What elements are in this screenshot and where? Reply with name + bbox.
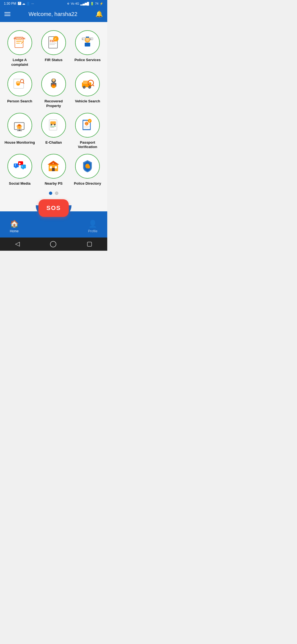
police-directory-label: Police Directory [74, 181, 101, 186]
nearby-ps-icon-circle: ★ [41, 154, 66, 179]
grid-item-person-search[interactable]: Person Search [4, 72, 35, 108]
grid-item-recovered-property[interactable]: Recovered Property [38, 72, 69, 108]
vehicle-search-icon-circle [75, 72, 100, 96]
grid-item-passport-verification[interactable]: ✓ Passport Verification [72, 113, 103, 150]
petition-icon: PETITION [12, 35, 28, 50]
sys-home-icon[interactable]: ◯ [50, 240, 57, 247]
status-icons: 🅿 ☁ 👤 ··· [18, 2, 34, 6]
nav-home[interactable]: 🏠 Home [10, 220, 19, 233]
grid-item-police-directory[interactable]: Police Directory [72, 154, 103, 186]
svg-point-37 [89, 87, 90, 88]
house-monitoring-icon-circle [7, 113, 32, 138]
police-services-icon: ≡ ⊞ [80, 35, 95, 50]
app-header: Welcome, harsha22 🔔 [0, 7, 107, 22]
svg-text:≡: ≡ [82, 38, 83, 40]
lodge-complaint-label: Lodge A complaint [4, 58, 35, 67]
page-dots [3, 192, 105, 195]
passport-verification-icon: ✓ [80, 118, 95, 133]
signal-icon: ▂▄▆█ [80, 2, 89, 6]
sys-back-icon[interactable]: ◁ [15, 240, 20, 247]
system-nav-bar: ◁ ◯ ▢ [0, 238, 107, 251]
svg-rect-77 [55, 166, 57, 168]
charge-icon: ⚡ [100, 2, 103, 6]
fir-icon: FIR ✓ [46, 35, 61, 50]
vehicle-search-icon [80, 76, 95, 92]
grid-item-social-media[interactable]: f ▶ t Social Media [4, 154, 35, 186]
svg-rect-78 [52, 168, 55, 171]
status-right: ⭘ Vo 4G ▂▄▆█ 🔋 74 ⚡ [67, 2, 103, 6]
sos-button[interactable]: SOS [38, 199, 69, 217]
svg-point-23 [17, 81, 19, 83]
sys-recents-icon[interactable]: ▢ [87, 240, 92, 247]
grid-item-nearby-ps[interactable]: ★ Nearby PS [38, 154, 69, 186]
house-monitoring-icon [12, 118, 28, 133]
grid-item-vehicle-search[interactable]: Vehicle Search [72, 72, 103, 108]
grid-item-e-challan[interactable]: ✓ E-Challan [38, 113, 69, 150]
svg-point-35 [84, 87, 85, 88]
svg-text:✓: ✓ [50, 124, 52, 127]
svg-text:▶: ▶ [19, 162, 21, 165]
status-time: 1:30 PM [4, 2, 16, 6]
svg-point-19 [86, 37, 89, 41]
svg-point-28 [52, 78, 55, 81]
svg-line-39 [93, 85, 94, 86]
nav-profile[interactable]: 👤 Profile [88, 220, 97, 233]
grid-item-police-services[interactable]: ≡ ⊞ Police Services [72, 30, 103, 67]
police-services-icon-circle: ≡ ⊞ [75, 30, 100, 55]
home-label: Home [10, 229, 19, 233]
vehicle-search-label: Vehicle Search [75, 99, 100, 104]
social-media-icon-circle: f ▶ t [7, 154, 32, 179]
svg-rect-44 [19, 127, 20, 129]
profile-icon: 👤 [88, 220, 97, 228]
police-services-label: Police Services [75, 58, 101, 62]
recovered-property-label: Recovered Property [38, 99, 69, 108]
nearby-ps-label: Nearby PS [45, 181, 62, 186]
svg-text:⊞: ⊞ [90, 38, 91, 40]
svg-rect-14 [85, 43, 90, 47]
svg-rect-66 [14, 163, 19, 167]
recovered-icon [46, 76, 61, 92]
fir-status-icon-circle: FIR ✓ [41, 30, 66, 55]
svg-rect-20 [86, 37, 89, 38]
e-challan-icon-circle: ✓ [41, 113, 66, 138]
nearby-ps-icon: ★ [46, 159, 61, 174]
recovered-property-icon-circle [41, 72, 66, 96]
grid-item-lodge-complaint[interactable]: PETITION Lodge A complaint [4, 30, 35, 67]
svg-rect-48 [17, 130, 22, 131]
social-media-label: Social Media [9, 181, 31, 186]
svg-point-46 [19, 125, 20, 126]
passport-verification-label: Passport Verification [72, 140, 103, 150]
fir-status-label: FIR Status [45, 58, 62, 62]
header-title: Welcome, harsha22 [29, 11, 78, 17]
svg-point-52 [54, 124, 56, 125]
svg-marker-73 [22, 168, 24, 170]
hamburger-menu[interactable] [4, 12, 10, 16]
svg-text:PETITION: PETITION [14, 37, 25, 40]
svg-text:✓: ✓ [54, 37, 56, 40]
person-search-label: Person Search [7, 99, 32, 104]
profile-label: Profile [88, 229, 97, 233]
svg-marker-72 [15, 167, 17, 168]
svg-rect-31 [53, 84, 55, 86]
status-bar: 1:30 PM 🅿 ☁ 👤 ··· ⭘ Vo 4G ▂▄▆█ 🔋 74 ⚡ [0, 0, 107, 7]
social-media-icon: f ▶ t [12, 159, 28, 174]
bell-icon[interactable]: 🔔 [95, 10, 103, 18]
person-search-icon-circle [7, 72, 32, 96]
svg-rect-76 [50, 166, 52, 168]
e-challan-icon: ✓ [46, 118, 61, 133]
home-icon: 🏠 [10, 220, 19, 228]
dot-1[interactable] [49, 192, 52, 195]
main-content: PETITION Lodge A complaint FIR ✓ FIR S [0, 22, 107, 211]
lodge-complaint-icon-circle: PETITION [7, 30, 32, 55]
feature-grid: PETITION Lodge A complaint FIR ✓ FIR S [3, 28, 105, 189]
house-monitoring-label: House Monitoring [4, 140, 35, 145]
police-directory-icon [80, 159, 95, 174]
person-search-icon [12, 76, 28, 92]
grid-item-fir-status[interactable]: FIR ✓ FIR Status [38, 30, 69, 67]
svg-text:✓: ✓ [89, 119, 91, 122]
e-challan-label: E-Challan [45, 140, 62, 145]
grid-item-house-monitoring[interactable]: House Monitoring [4, 113, 35, 150]
svg-text:t: t [22, 165, 23, 168]
battery-icon: 🔋 [90, 2, 94, 6]
dot-2[interactable] [55, 192, 58, 195]
